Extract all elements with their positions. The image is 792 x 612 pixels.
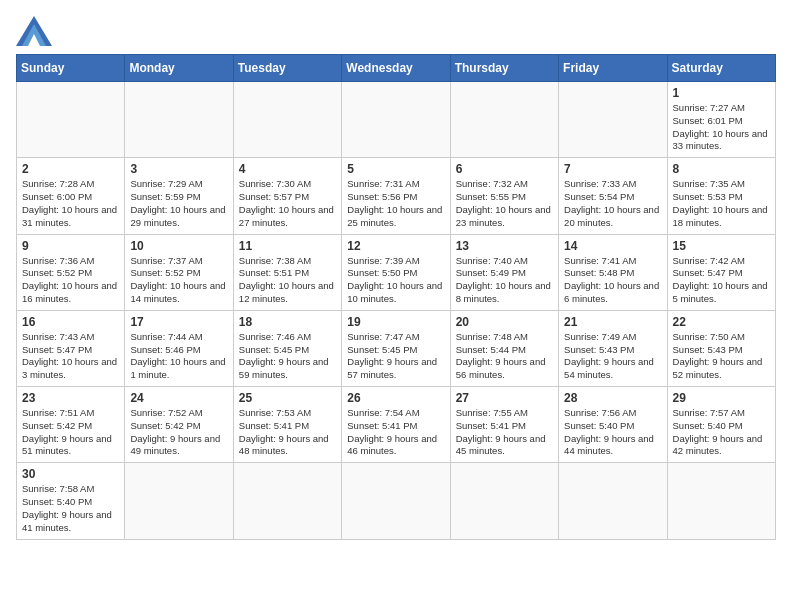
day-number: 9 xyxy=(22,239,119,253)
day-cell xyxy=(342,463,450,539)
day-number: 17 xyxy=(130,315,227,329)
logo-icon xyxy=(16,16,52,46)
day-number: 1 xyxy=(673,86,770,100)
day-number: 19 xyxy=(347,315,444,329)
day-number: 13 xyxy=(456,239,553,253)
day-info: Sunrise: 7:58 AM Sunset: 5:40 PM Dayligh… xyxy=(22,483,119,534)
day-number: 20 xyxy=(456,315,553,329)
day-number: 16 xyxy=(22,315,119,329)
day-cell xyxy=(125,463,233,539)
col-header-monday: Monday xyxy=(125,55,233,82)
day-info: Sunrise: 7:47 AM Sunset: 5:45 PM Dayligh… xyxy=(347,331,444,382)
day-cell: 26Sunrise: 7:54 AM Sunset: 5:41 PM Dayli… xyxy=(342,387,450,463)
day-info: Sunrise: 7:37 AM Sunset: 5:52 PM Dayligh… xyxy=(130,255,227,306)
col-header-wednesday: Wednesday xyxy=(342,55,450,82)
day-info: Sunrise: 7:54 AM Sunset: 5:41 PM Dayligh… xyxy=(347,407,444,458)
day-cell: 28Sunrise: 7:56 AM Sunset: 5:40 PM Dayli… xyxy=(559,387,667,463)
day-info: Sunrise: 7:30 AM Sunset: 5:57 PM Dayligh… xyxy=(239,178,336,229)
day-cell: 13Sunrise: 7:40 AM Sunset: 5:49 PM Dayli… xyxy=(450,234,558,310)
day-number: 27 xyxy=(456,391,553,405)
day-number: 21 xyxy=(564,315,661,329)
day-info: Sunrise: 7:44 AM Sunset: 5:46 PM Dayligh… xyxy=(130,331,227,382)
day-cell: 3Sunrise: 7:29 AM Sunset: 5:59 PM Daylig… xyxy=(125,158,233,234)
day-cell: 1Sunrise: 7:27 AM Sunset: 6:01 PM Daylig… xyxy=(667,82,775,158)
day-cell: 21Sunrise: 7:49 AM Sunset: 5:43 PM Dayli… xyxy=(559,310,667,386)
day-cell: 14Sunrise: 7:41 AM Sunset: 5:48 PM Dayli… xyxy=(559,234,667,310)
day-cell: 6Sunrise: 7:32 AM Sunset: 5:55 PM Daylig… xyxy=(450,158,558,234)
day-info: Sunrise: 7:31 AM Sunset: 5:56 PM Dayligh… xyxy=(347,178,444,229)
day-cell: 8Sunrise: 7:35 AM Sunset: 5:53 PM Daylig… xyxy=(667,158,775,234)
day-info: Sunrise: 7:51 AM Sunset: 5:42 PM Dayligh… xyxy=(22,407,119,458)
day-info: Sunrise: 7:49 AM Sunset: 5:43 PM Dayligh… xyxy=(564,331,661,382)
day-cell: 24Sunrise: 7:52 AM Sunset: 5:42 PM Dayli… xyxy=(125,387,233,463)
header xyxy=(16,16,776,46)
week-row-2: 9Sunrise: 7:36 AM Sunset: 5:52 PM Daylig… xyxy=(17,234,776,310)
day-cell: 17Sunrise: 7:44 AM Sunset: 5:46 PM Dayli… xyxy=(125,310,233,386)
day-info: Sunrise: 7:52 AM Sunset: 5:42 PM Dayligh… xyxy=(130,407,227,458)
day-number: 6 xyxy=(456,162,553,176)
day-info: Sunrise: 7:57 AM Sunset: 5:40 PM Dayligh… xyxy=(673,407,770,458)
day-info: Sunrise: 7:43 AM Sunset: 5:47 PM Dayligh… xyxy=(22,331,119,382)
day-cell: 22Sunrise: 7:50 AM Sunset: 5:43 PM Dayli… xyxy=(667,310,775,386)
col-header-tuesday: Tuesday xyxy=(233,55,341,82)
day-number: 28 xyxy=(564,391,661,405)
day-cell: 9Sunrise: 7:36 AM Sunset: 5:52 PM Daylig… xyxy=(17,234,125,310)
day-cell xyxy=(667,463,775,539)
day-info: Sunrise: 7:55 AM Sunset: 5:41 PM Dayligh… xyxy=(456,407,553,458)
day-cell: 29Sunrise: 7:57 AM Sunset: 5:40 PM Dayli… xyxy=(667,387,775,463)
day-info: Sunrise: 7:50 AM Sunset: 5:43 PM Dayligh… xyxy=(673,331,770,382)
day-info: Sunrise: 7:36 AM Sunset: 5:52 PM Dayligh… xyxy=(22,255,119,306)
day-cell xyxy=(559,82,667,158)
col-header-friday: Friday xyxy=(559,55,667,82)
header-row: SundayMondayTuesdayWednesdayThursdayFrid… xyxy=(17,55,776,82)
day-number: 26 xyxy=(347,391,444,405)
week-row-5: 30Sunrise: 7:58 AM Sunset: 5:40 PM Dayli… xyxy=(17,463,776,539)
week-row-4: 23Sunrise: 7:51 AM Sunset: 5:42 PM Dayli… xyxy=(17,387,776,463)
day-cell: 25Sunrise: 7:53 AM Sunset: 5:41 PM Dayli… xyxy=(233,387,341,463)
week-row-3: 16Sunrise: 7:43 AM Sunset: 5:47 PM Dayli… xyxy=(17,310,776,386)
day-cell: 20Sunrise: 7:48 AM Sunset: 5:44 PM Dayli… xyxy=(450,310,558,386)
day-number: 30 xyxy=(22,467,119,481)
day-cell xyxy=(125,82,233,158)
day-cell xyxy=(559,463,667,539)
col-header-saturday: Saturday xyxy=(667,55,775,82)
day-number: 22 xyxy=(673,315,770,329)
day-info: Sunrise: 7:46 AM Sunset: 5:45 PM Dayligh… xyxy=(239,331,336,382)
day-number: 7 xyxy=(564,162,661,176)
day-cell: 23Sunrise: 7:51 AM Sunset: 5:42 PM Dayli… xyxy=(17,387,125,463)
col-header-thursday: Thursday xyxy=(450,55,558,82)
day-number: 5 xyxy=(347,162,444,176)
day-number: 2 xyxy=(22,162,119,176)
day-cell xyxy=(17,82,125,158)
day-info: Sunrise: 7:41 AM Sunset: 5:48 PM Dayligh… xyxy=(564,255,661,306)
day-number: 25 xyxy=(239,391,336,405)
day-number: 15 xyxy=(673,239,770,253)
day-number: 23 xyxy=(22,391,119,405)
week-row-0: 1Sunrise: 7:27 AM Sunset: 6:01 PM Daylig… xyxy=(17,82,776,158)
day-info: Sunrise: 7:27 AM Sunset: 6:01 PM Dayligh… xyxy=(673,102,770,153)
day-number: 12 xyxy=(347,239,444,253)
day-info: Sunrise: 7:56 AM Sunset: 5:40 PM Dayligh… xyxy=(564,407,661,458)
day-number: 3 xyxy=(130,162,227,176)
day-info: Sunrise: 7:35 AM Sunset: 5:53 PM Dayligh… xyxy=(673,178,770,229)
day-cell xyxy=(342,82,450,158)
page: SundayMondayTuesdayWednesdayThursdayFrid… xyxy=(16,16,776,540)
day-info: Sunrise: 7:28 AM Sunset: 6:00 PM Dayligh… xyxy=(22,178,119,229)
day-info: Sunrise: 7:29 AM Sunset: 5:59 PM Dayligh… xyxy=(130,178,227,229)
day-cell: 12Sunrise: 7:39 AM Sunset: 5:50 PM Dayli… xyxy=(342,234,450,310)
day-cell: 5Sunrise: 7:31 AM Sunset: 5:56 PM Daylig… xyxy=(342,158,450,234)
day-cell: 7Sunrise: 7:33 AM Sunset: 5:54 PM Daylig… xyxy=(559,158,667,234)
day-number: 4 xyxy=(239,162,336,176)
day-cell: 2Sunrise: 7:28 AM Sunset: 6:00 PM Daylig… xyxy=(17,158,125,234)
day-cell xyxy=(233,463,341,539)
day-cell: 27Sunrise: 7:55 AM Sunset: 5:41 PM Dayli… xyxy=(450,387,558,463)
week-row-1: 2Sunrise: 7:28 AM Sunset: 6:00 PM Daylig… xyxy=(17,158,776,234)
col-header-sunday: Sunday xyxy=(17,55,125,82)
day-info: Sunrise: 7:32 AM Sunset: 5:55 PM Dayligh… xyxy=(456,178,553,229)
day-cell xyxy=(233,82,341,158)
day-info: Sunrise: 7:33 AM Sunset: 5:54 PM Dayligh… xyxy=(564,178,661,229)
day-number: 29 xyxy=(673,391,770,405)
day-cell: 11Sunrise: 7:38 AM Sunset: 5:51 PM Dayli… xyxy=(233,234,341,310)
day-number: 10 xyxy=(130,239,227,253)
day-info: Sunrise: 7:48 AM Sunset: 5:44 PM Dayligh… xyxy=(456,331,553,382)
